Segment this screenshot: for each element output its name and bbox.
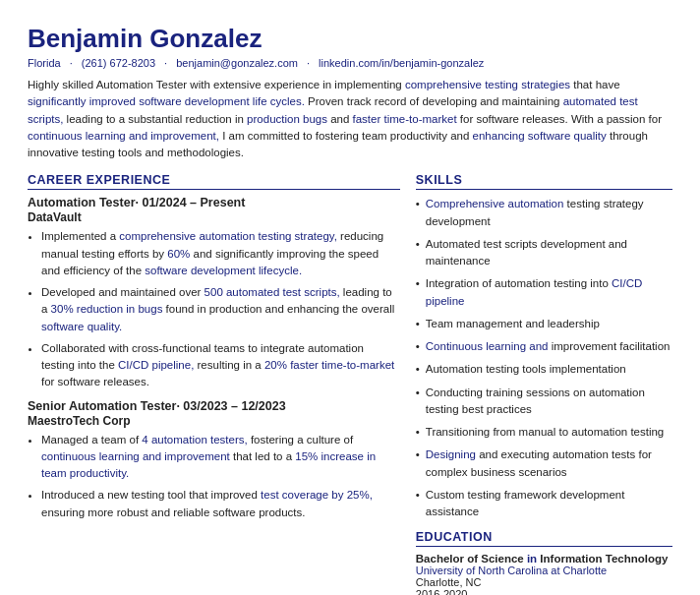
skill-9: Designing and executing automation tests… [416, 446, 672, 481]
separator2: · [164, 57, 167, 69]
edu-university: University of North Carolina at Charlott… [416, 565, 672, 576]
left-column: CAREER EXPERIENCE Automation Tester· 01/… [28, 173, 400, 595]
contact-line: Florida · (261) 672-8203 · benjamin@gonz… [28, 57, 672, 69]
summary-text: Highly skilled Automation Tester with ex… [28, 77, 672, 161]
candidate-name: Benjamin Gonzalez [28, 24, 672, 54]
right-column: SKILLS Comprehensive automation testing … [416, 173, 672, 595]
job-1-bullet-1: Implemented a comprehensive automation t… [41, 228, 400, 279]
education-section: EDUCATION Bachelor of Science in Informa… [416, 530, 672, 595]
header-section: Benjamin Gonzalez Florida · (261) 672-82… [28, 24, 672, 173]
linkedin: linkedin.com/in/benjamin-gonzalez [319, 57, 484, 69]
job-1-bullets: Implemented a comprehensive automation t… [41, 228, 400, 390]
skill-6: Automation testing tools implementation [416, 361, 672, 378]
email: benjamin@gonzalez.com [176, 57, 298, 69]
skill-5: Continuous learning and improvement faci… [416, 338, 672, 355]
resume-page: Benjamin Gonzalez Florida · (261) 672-82… [0, 0, 700, 595]
phone: (261) 672-8203 [82, 57, 155, 69]
skill-3: Integration of automation testing into C… [416, 275, 672, 310]
skills-section-title: SKILLS [416, 173, 672, 190]
skill-4: Team management and leadership [416, 316, 672, 332]
job-1: Automation Tester· 01/2024 – Present Dat… [28, 196, 400, 390]
job-2-bullet-2: Introduced a new testing tool that impro… [41, 487, 400, 521]
skill-2: Automated test scripts development and m… [416, 236, 672, 270]
education-block: Bachelor of Science in Information Techn… [416, 553, 672, 595]
job-2: Senior Automation Tester· 03/2023 – 12/2… [28, 399, 400, 521]
education-section-title: EDUCATION [416, 530, 672, 547]
job-2-bullet-1: Managed a team of 4 automation testers, … [41, 432, 400, 483]
skills-list: Comprehensive automation testing strateg… [416, 196, 672, 520]
separator3: · [307, 57, 310, 69]
job-1-bullet-2: Developed and maintained over 500 automa… [41, 284, 400, 335]
skill-8: Transitioning from manual to automation … [416, 424, 672, 441]
job-2-bullets: Managed a team of 4 automation testers, … [41, 432, 400, 521]
edu-location: Charlotte, NC [416, 576, 672, 588]
skills-section: SKILLS Comprehensive automation testing … [416, 173, 672, 520]
career-section-title: CAREER EXPERIENCE [28, 173, 400, 190]
edu-degree: Bachelor of Science in Information Techn… [416, 553, 672, 565]
job-2-company: MaestroTech Corp [28, 414, 400, 428]
job-1-bullet-3: Collaborated with cross-functional teams… [41, 340, 400, 391]
location: Florida [28, 57, 61, 69]
job-1-company: DataVault [28, 210, 400, 224]
career-section: CAREER EXPERIENCE Automation Tester· 01/… [28, 173, 400, 521]
job-2-title: Senior Automation Tester· 03/2023 – 12/2… [28, 399, 400, 413]
edu-years: 2016-2020 [416, 588, 672, 595]
skill-7: Conducting training sessions on automati… [416, 385, 672, 419]
job-1-title: Automation Tester· 01/2024 – Present [28, 196, 400, 209]
separator1: · [70, 57, 73, 69]
skill-1: Comprehensive automation testing strateg… [416, 196, 672, 230]
skill-10: Custom testing framework development ass… [416, 487, 672, 521]
two-col-layout: CAREER EXPERIENCE Automation Tester· 01/… [28, 173, 672, 595]
